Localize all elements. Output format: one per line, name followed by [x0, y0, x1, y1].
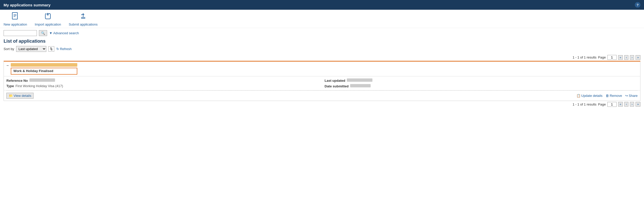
new-application-button[interactable]: New application — [4, 12, 27, 26]
pagination-bottom-page-input[interactable] — [607, 102, 617, 107]
pagination-top-results: 1 - 1 of 1 results — [573, 55, 596, 59]
share-link[interactable]: ↪ Share — [625, 94, 638, 98]
date-submitted-value — [350, 84, 371, 87]
reference-no-row: Reference No — [6, 78, 319, 83]
last-updated-row: Last updated — [325, 78, 638, 83]
list-heading: List of applications — [0, 37, 644, 45]
app-header-right: Work & Holiday Finalised — [11, 63, 77, 75]
details-right: Last updated Date submitted — [325, 78, 638, 88]
pagination-bottom-first-button[interactable]: « — [618, 102, 623, 107]
refresh-icon: ↻ — [56, 47, 59, 51]
submit-applications-button[interactable]: Submit applications — [69, 12, 98, 26]
import-application-button[interactable]: Import application — [35, 12, 61, 26]
import-application-label: Import application — [35, 22, 61, 26]
advanced-search-link[interactable]: ▼ Advanced search — [49, 31, 79, 35]
pagination-bottom-prev-button[interactable]: ‹ — [624, 102, 628, 107]
application-row-header: − Work & Holiday Finalised — [4, 62, 640, 76]
status-badge: Work & Holiday Finalised — [11, 68, 77, 75]
header: My applications summary ? — [0, 0, 644, 10]
actions-left: 📁 View details — [6, 93, 321, 99]
type-value: First Working Holiday Visa (417) — [15, 84, 63, 88]
applications-container: − Work & Holiday Finalised Reference No … — [4, 61, 640, 101]
pagination-top-page-input[interactable] — [607, 55, 617, 60]
search-icon: 🔍 — [41, 31, 45, 35]
sort-row: Sort by Last updated Date submitted Refe… — [0, 45, 644, 54]
pagination-bottom-last-button[interactable]: » — [636, 102, 640, 107]
sort-order-icon: ⇅ — [50, 47, 53, 51]
search-input[interactable] — [4, 30, 37, 36]
remove-icon: 🗑 — [606, 94, 609, 98]
actions-right: 📋 Update details 🗑 Remove ↪ Share — [323, 94, 638, 98]
last-updated-label: Last updated — [325, 79, 345, 83]
pagination-top: 1 - 1 of 1 results Page « ‹ › » — [0, 54, 644, 61]
pagination-bottom: 1 - 1 of 1 results Page « ‹ › » — [0, 101, 644, 108]
new-application-icon — [12, 12, 19, 21]
pagination-top-prev-button[interactable]: ‹ — [624, 55, 628, 60]
type-row: Type First Working Holiday Visa (417) — [6, 84, 319, 88]
date-submitted-row: Date submitted — [325, 84, 638, 88]
sort-by-label: Sort by — [4, 47, 14, 51]
application-actions: 📁 View details 📋 Update details 🗑 Remove… — [4, 91, 640, 101]
search-button[interactable]: 🔍 — [39, 30, 47, 36]
details-left: Reference No Type First Working Holiday … — [6, 78, 319, 88]
new-application-label: New application — [4, 22, 27, 26]
pagination-top-first-button[interactable]: « — [618, 55, 623, 60]
view-details-button[interactable]: 📁 View details — [6, 93, 34, 99]
header-title: My applications summary — [4, 3, 50, 7]
chevron-down-icon: ▼ — [49, 31, 52, 35]
applicant-name — [11, 63, 77, 67]
svg-rect-0 — [12, 13, 17, 19]
remove-link[interactable]: 🗑 Remove — [606, 94, 622, 98]
search-row: 🔍 ▼ Advanced search — [0, 28, 644, 37]
pagination-bottom-results: 1 - 1 of 1 results — [573, 102, 596, 106]
sort-select[interactable]: Last updated Date submitted Reference No — [16, 46, 46, 52]
collapse-button[interactable]: − — [6, 64, 9, 68]
toolbar: New application Import application Submi… — [0, 10, 644, 28]
update-details-link[interactable]: 📋 Update details — [576, 94, 603, 98]
pagination-top-last-button[interactable]: » — [636, 55, 640, 60]
update-details-icon: 📋 — [576, 94, 581, 98]
import-application-icon — [44, 12, 51, 21]
date-submitted-label: Date submitted — [325, 84, 349, 88]
sort-order-button[interactable]: ⇅ — [48, 46, 54, 52]
pagination-top-page-label: Page — [598, 55, 606, 59]
last-updated-value — [347, 78, 372, 82]
view-details-icon: 📁 — [9, 94, 13, 98]
type-label: Type — [6, 84, 14, 88]
refresh-link[interactable]: ↻ Refresh — [56, 47, 72, 51]
reference-no-label: Reference No — [6, 79, 28, 83]
submit-applications-icon — [80, 12, 87, 21]
pagination-bottom-page-label: Page — [598, 102, 606, 106]
submit-applications-label: Submit applications — [69, 22, 98, 26]
reference-no-value — [29, 78, 55, 82]
pagination-top-next-button[interactable]: › — [630, 55, 634, 60]
application-details: Reference No Type First Working Holiday … — [4, 76, 640, 90]
help-button[interactable]: ? — [635, 2, 640, 8]
pagination-bottom-next-button[interactable]: › — [630, 102, 634, 107]
share-icon: ↪ — [625, 94, 628, 98]
